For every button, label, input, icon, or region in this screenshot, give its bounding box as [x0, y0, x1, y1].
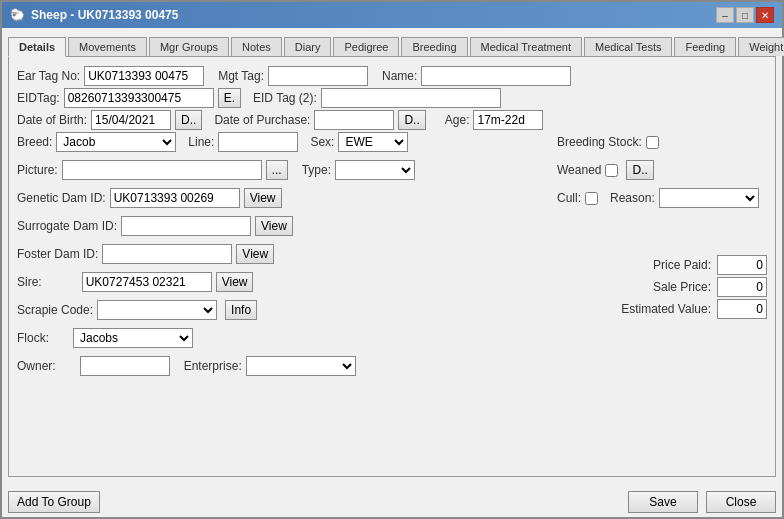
line-input[interactable] — [218, 132, 298, 152]
scrapie-code-select[interactable] — [97, 300, 217, 320]
foster-dam-view-button[interactable]: View — [236, 244, 274, 264]
breeding-stock-label: Breeding Stock: — [557, 135, 642, 149]
tab-breeding[interactable]: Breeding — [401, 37, 467, 56]
tab-weight[interactable]: Weight — [738, 37, 784, 56]
close-window-button[interactable]: ✕ — [756, 7, 774, 23]
info-button[interactable]: Info — [225, 300, 257, 320]
left-panel: Breed: Jacob Line: Sex: EWE RAM — [17, 131, 537, 468]
save-button[interactable]: Save — [628, 491, 698, 513]
row-sire: Sire: View — [17, 271, 537, 293]
sire-label: Sire: — [17, 275, 42, 289]
tab-medical-tests[interactable]: Medical Tests — [584, 37, 672, 56]
tab-pedigree[interactable]: Pedigree — [333, 37, 399, 56]
ear-tag-no-input[interactable] — [84, 66, 204, 86]
line-label: Line: — [188, 135, 214, 149]
footer-bar: Add To Group Save Close — [2, 483, 782, 517]
maximize-button[interactable]: □ — [736, 7, 754, 23]
flock-label: Flock: — [17, 331, 49, 345]
picture-browse-button[interactable]: ... — [266, 160, 288, 180]
scrapie-code-label: Scrapie Code: — [17, 303, 93, 317]
genetic-dam-input[interactable] — [110, 188, 240, 208]
row-dob: Date of Birth: D.. Date of Purchase: D..… — [17, 109, 767, 131]
dop-d-button[interactable]: D.. — [398, 110, 425, 130]
estimated-value-input[interactable] — [717, 299, 767, 319]
title-bar: 🐑 Sheep - UK0713393 00475 – □ ✕ — [2, 2, 782, 28]
estimated-value-label: Estimated Value: — [621, 302, 711, 316]
cull-checkbox[interactable] — [585, 192, 598, 205]
window-icon: 🐑 — [10, 8, 25, 22]
row-weaned: Weaned D.. — [557, 159, 767, 181]
eid-e-button[interactable]: E. — [218, 88, 241, 108]
add-to-group-button[interactable]: Add To Group — [8, 491, 100, 513]
row-breeding-stock: Breeding Stock: — [557, 131, 767, 153]
row-price-paid: Price Paid: — [557, 255, 767, 275]
row-scrapie: Scrapie Code: Info — [17, 299, 537, 321]
eid-tag-input[interactable] — [64, 88, 214, 108]
picture-label: Picture: — [17, 163, 58, 177]
sex-select[interactable]: EWE RAM — [338, 132, 408, 152]
reason-select[interactable] — [659, 188, 759, 208]
row-estimated-value: Estimated Value: — [557, 299, 767, 319]
weaned-label: Weaned — [557, 163, 601, 177]
surrogate-dam-view-button[interactable]: View — [255, 216, 293, 236]
row-owner: Owner: Enterprise: — [17, 355, 537, 377]
owner-label: Owner: — [17, 359, 56, 373]
dob-input[interactable] — [91, 110, 171, 130]
sire-input[interactable] — [82, 272, 212, 292]
price-paid-input[interactable] — [717, 255, 767, 275]
type-select[interactable] — [335, 160, 415, 180]
sire-view-button[interactable]: View — [216, 272, 254, 292]
row-ear-tag: Ear Tag No: Mgt Tag: Name: — [17, 65, 767, 87]
row-surrogate-dam: Surrogate Dam ID: View — [17, 215, 537, 237]
genetic-dam-label: Genetic Dam ID: — [17, 191, 106, 205]
row-foster-dam: Foster Dam ID: View — [17, 243, 537, 265]
sale-price-label: Sale Price: — [653, 280, 711, 294]
ear-tag-no-label: Ear Tag No: — [17, 69, 80, 83]
tab-details[interactable]: Details — [8, 37, 66, 57]
foster-dam-label: Foster Dam ID: — [17, 247, 98, 261]
cull-label: Cull: — [557, 191, 581, 205]
enterprise-select[interactable] — [246, 356, 356, 376]
type-label: Type: — [302, 163, 331, 177]
details-panel: Ear Tag No: Mgt Tag: Name: EIDTag: E. EI… — [8, 57, 776, 477]
tab-diary[interactable]: Diary — [284, 37, 332, 56]
two-col-layout: Breed: Jacob Line: Sex: EWE RAM — [17, 131, 767, 468]
dob-label: Date of Birth: — [17, 113, 87, 127]
name-input[interactable] — [421, 66, 571, 86]
breed-select[interactable]: Jacob — [56, 132, 176, 152]
mgt-tag-label: Mgt Tag: — [218, 69, 264, 83]
surrogate-dam-input[interactable] — [121, 216, 251, 236]
footer-center-buttons: Save Close — [628, 491, 776, 513]
eid-tag2-input[interactable] — [321, 88, 501, 108]
foster-dam-input[interactable] — [102, 244, 232, 264]
minimize-button[interactable]: – — [716, 7, 734, 23]
picture-input[interactable] — [62, 160, 262, 180]
age-input[interactable] — [473, 110, 543, 130]
prices-section: Price Paid: Sale Price: Estimated Value: — [557, 255, 767, 321]
sale-price-input[interactable] — [717, 277, 767, 297]
dob-d-button[interactable]: D.. — [175, 110, 202, 130]
row-flock: Flock: Jacobs — [17, 327, 537, 349]
tab-medical-treatment[interactable]: Medical Treatment — [470, 37, 582, 56]
weaned-d-button[interactable]: D.. — [626, 160, 653, 180]
row-genetic-dam: Genetic Dam ID: View — [17, 187, 537, 209]
tab-movements[interactable]: Movements — [68, 37, 147, 56]
dop-input[interactable] — [314, 110, 394, 130]
row-breed: Breed: Jacob Line: Sex: EWE RAM — [17, 131, 537, 153]
breed-label: Breed: — [17, 135, 52, 149]
dop-label: Date of Purchase: — [214, 113, 310, 127]
mgt-tag-input[interactable] — [268, 66, 368, 86]
owner-input[interactable] — [80, 356, 170, 376]
flock-select[interactable]: Jacobs — [73, 328, 193, 348]
close-button[interactable]: Close — [706, 491, 776, 513]
genetic-dam-view-button[interactable]: View — [244, 188, 282, 208]
breeding-stock-checkbox[interactable] — [646, 136, 659, 149]
tab-mgr-groups[interactable]: Mgr Groups — [149, 37, 229, 56]
title-controls: – □ ✕ — [716, 7, 774, 23]
enterprise-label: Enterprise: — [184, 359, 242, 373]
row-cull: Cull: Reason: — [557, 187, 767, 209]
main-window: 🐑 Sheep - UK0713393 00475 – □ ✕ Details … — [0, 0, 784, 519]
tab-feeding[interactable]: Feeding — [674, 37, 736, 56]
weaned-checkbox[interactable] — [605, 164, 618, 177]
tab-notes[interactable]: Notes — [231, 37, 282, 56]
